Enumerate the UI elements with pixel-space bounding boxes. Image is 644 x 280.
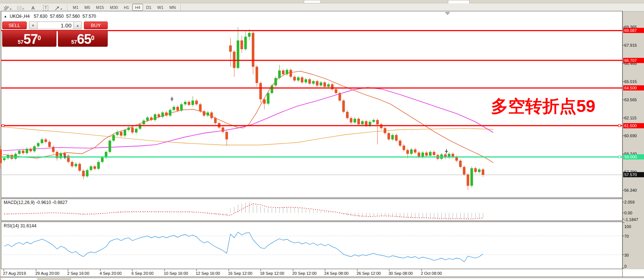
trading-platform-window: EFAT▾ M1M5M15M30H1H4D1W1MN ▲ UKOil-,H4 5… — [0, 0, 644, 280]
x-axis-date-label: 20 Sep 12:00 — [292, 271, 316, 276]
symbol-title: UKOil-,H4 — [10, 14, 30, 19]
bottom-strip-box[interactable] — [71, 278, 644, 280]
price-level-badge: 61.500 — [623, 123, 644, 128]
ohlc-low: 57.560 — [66, 14, 80, 19]
bottom-window-chrome — [0, 277, 644, 280]
x-axis-date-label: 2 Sep 16:00 — [67, 271, 89, 276]
collapse-triangle-icon[interactable]: ▲ — [4, 14, 7, 18]
price-tick-label: 67.915 — [624, 43, 637, 47]
line-handle[interactable] — [2, 125, 4, 127]
current-price-badge: 57.570 — [623, 172, 644, 177]
x-axis-date-label: 16 Sep 12:00 — [228, 271, 252, 276]
price-tick-label: 65.015 — [624, 79, 637, 84]
buy-price-sup: 0 — [91, 31, 94, 46]
x-axis-date-label: 4 Sep 20:00 — [100, 271, 121, 276]
rsi-scale-label: 70 — [624, 234, 629, 238]
x-axis-date-label: 12 Sep 16:00 — [196, 271, 220, 276]
price-level-badge: 64.500 — [623, 85, 644, 90]
quantity-input[interactable] — [38, 22, 74, 29]
macd-scale-label: 0.00 — [624, 211, 632, 215]
x-axis-date-label: 30 Sep 08:00 — [388, 271, 413, 276]
price-tick-label: 63.565 — [624, 98, 637, 102]
buy-button[interactable]: BUY — [84, 22, 108, 29]
x-axis-date-label: 29 Aug 20:00 — [35, 271, 59, 276]
price-tick-label: 60.690 — [624, 134, 637, 138]
sell-price-prefix: 57 — [18, 38, 24, 46]
sell-price-big: 57 — [23, 33, 38, 46]
quantity-decrease-button[interactable]: ▼ — [29, 22, 38, 29]
sell-price-sup: 0 — [38, 31, 41, 46]
ohlc-open: 57.630 — [34, 14, 48, 19]
line-handle[interactable] — [618, 156, 621, 158]
price-tick-label: 62.115 — [624, 116, 637, 120]
caret-down-icon: ▼ — [32, 24, 35, 27]
one-click-trade-panel: SELL ▼ ▲ BUY 57570 57650 — [2, 22, 108, 29]
buy-price-display[interactable]: 57650 — [58, 30, 108, 47]
price-tick-label: 56.340 — [624, 188, 637, 192]
date-strip — [1, 269, 644, 277]
rsi-scale-label: 30 — [624, 253, 629, 257]
rsi-scale-label: 100 — [624, 224, 631, 229]
sell-price-display[interactable]: 57570 — [2, 30, 56, 47]
bottom-strip-box[interactable] — [1, 277, 38, 280]
symbol-header: ▲ UKOil-,H4 57.630 57.650 57.560 57.570 — [4, 14, 96, 19]
ohlc-high: 57.650 — [50, 14, 64, 19]
macd-panel[interactable] — [1, 199, 622, 221]
ohlc-close: 57.570 — [82, 14, 96, 19]
sell-button[interactable]: SELL — [2, 22, 27, 29]
x-axis-date-label: 2 Oct 08:00 — [421, 271, 442, 276]
x-axis-date-label: 27 Aug 2019 — [3, 271, 26, 276]
line-handle[interactable] — [618, 125, 621, 127]
macd-indicator-label: MACD(12,26,9) -0.9610 -0.9827 — [4, 200, 67, 205]
x-axis-date-label: 10 Sep 16:00 — [164, 271, 188, 276]
x-axis-date-label: 18 Sep 12:00 — [260, 271, 284, 276]
buy-price-prefix: 57 — [71, 38, 77, 46]
rsi-indicator-label: RSI(14) 31.6144 — [4, 223, 36, 228]
rsi-scale-label: 0 — [624, 264, 627, 269]
macd-scale-label: -1.1847 — [624, 217, 638, 222]
x-axis-date-label: 6 Sep 20:00 — [131, 271, 153, 276]
macd-scale-label: 2.059 — [624, 200, 635, 204]
price-level-badge: 69.087 — [623, 28, 644, 33]
price-level-badge: 66.707 — [623, 58, 644, 63]
caret-up-icon: ▲ — [76, 24, 79, 27]
rsi-panel[interactable] — [1, 222, 622, 269]
x-axis-date-label: 24 Sep 08:00 — [324, 271, 348, 276]
price-level-badge: 59.000 — [623, 154, 644, 159]
quantity-increase-button[interactable]: ▲ — [74, 22, 82, 29]
x-axis-date-label: 26 Sep 12:00 — [357, 271, 381, 276]
buy-price-big: 65 — [77, 33, 91, 46]
chart-annotation-text[interactable]: 多空转折点59 — [491, 95, 595, 118]
